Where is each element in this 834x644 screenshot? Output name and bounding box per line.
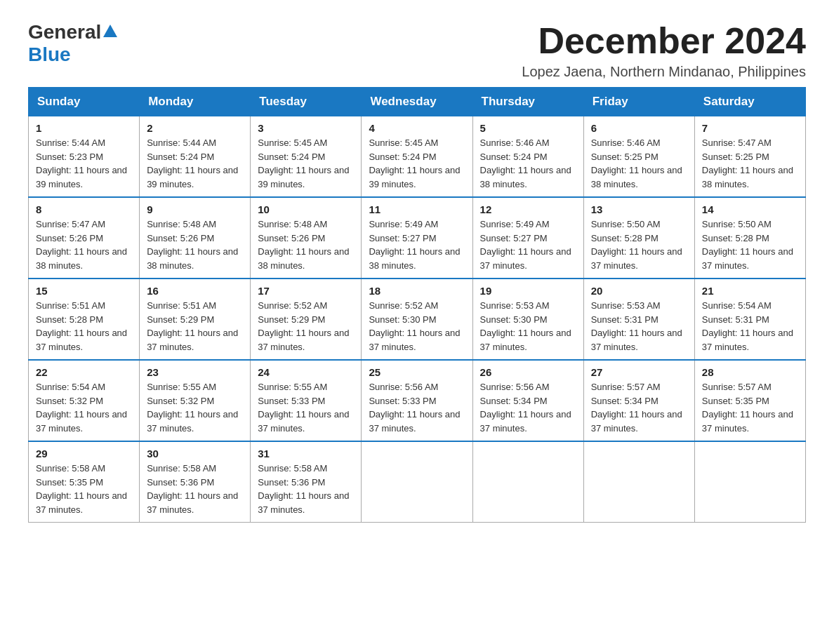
calendar-cell: 7Sunrise: 5:47 AMSunset: 5:25 PMDaylight…: [694, 116, 805, 198]
day-number: 30: [147, 448, 243, 459]
calendar-cell: 18Sunrise: 5:52 AMSunset: 5:30 PMDayligh…: [362, 279, 472, 360]
day-info: Sunrise: 5:50 AMSunset: 5:28 PMDaylight:…: [591, 217, 687, 272]
day-info: Sunrise: 5:51 AMSunset: 5:28 PMDaylight:…: [36, 299, 132, 354]
day-info: Sunrise: 5:46 AMSunset: 5:25 PMDaylight:…: [591, 136, 687, 191]
day-number: 1: [36, 122, 132, 134]
calendar-cell: 23Sunrise: 5:55 AMSunset: 5:32 PMDayligh…: [140, 360, 251, 441]
day-info: Sunrise: 5:44 AMSunset: 5:24 PMDaylight:…: [147, 136, 243, 191]
calendar-cell: 1Sunrise: 5:44 AMSunset: 5:23 PMDaylight…: [29, 116, 140, 198]
day-info: Sunrise: 5:53 AMSunset: 5:30 PMDaylight:…: [480, 299, 576, 354]
day-number: 8: [36, 203, 132, 215]
calendar-week-row: 15Sunrise: 5:51 AMSunset: 5:28 PMDayligh…: [29, 279, 806, 360]
calendar-cell: 22Sunrise: 5:54 AMSunset: 5:32 PMDayligh…: [29, 360, 140, 441]
day-number: 21: [702, 285, 798, 297]
day-number: 25: [369, 366, 465, 378]
calendar-cell: [583, 441, 694, 523]
calendar-cell: 17Sunrise: 5:52 AMSunset: 5:29 PMDayligh…: [251, 279, 362, 360]
calendar-cell: 16Sunrise: 5:51 AMSunset: 5:29 PMDayligh…: [140, 279, 251, 360]
day-number: 23: [147, 366, 243, 378]
day-info: Sunrise: 5:49 AMSunset: 5:27 PMDaylight:…: [480, 217, 576, 272]
day-info: Sunrise: 5:54 AMSunset: 5:32 PMDaylight:…: [36, 380, 132, 435]
calendar-week-row: 1Sunrise: 5:44 AMSunset: 5:23 PMDaylight…: [29, 116, 806, 198]
column-header-thursday: Thursday: [472, 88, 583, 116]
logo-blue-text: Blue: [28, 43, 71, 66]
calendar-subtitle: Lopez Jaena, Northern Mindanao, Philippi…: [522, 64, 806, 80]
calendar-cell: 19Sunrise: 5:53 AMSunset: 5:30 PMDayligh…: [472, 279, 583, 360]
calendar-cell: 27Sunrise: 5:57 AMSunset: 5:34 PMDayligh…: [583, 360, 694, 441]
day-info: Sunrise: 5:56 AMSunset: 5:33 PMDaylight:…: [369, 380, 465, 435]
day-info: Sunrise: 5:52 AMSunset: 5:29 PMDaylight:…: [258, 299, 354, 354]
day-info: Sunrise: 5:54 AMSunset: 5:31 PMDaylight:…: [702, 299, 798, 354]
day-number: 2: [147, 122, 243, 134]
calendar-week-row: 29Sunrise: 5:58 AMSunset: 5:35 PMDayligh…: [29, 441, 806, 523]
day-number: 9: [147, 203, 243, 215]
calendar-cell: 2Sunrise: 5:44 AMSunset: 5:24 PMDaylight…: [140, 116, 251, 198]
calendar-cell: 15Sunrise: 5:51 AMSunset: 5:28 PMDayligh…: [29, 279, 140, 360]
day-info: Sunrise: 5:44 AMSunset: 5:23 PMDaylight:…: [36, 136, 132, 191]
day-number: 7: [702, 122, 798, 134]
column-header-wednesday: Wednesday: [362, 88, 472, 116]
day-info: Sunrise: 5:46 AMSunset: 5:24 PMDaylight:…: [480, 136, 576, 191]
calendar-body: 1Sunrise: 5:44 AMSunset: 5:23 PMDaylight…: [29, 116, 806, 523]
calendar-table: SundayMondayTuesdayWednesdayThursdayFrid…: [28, 87, 806, 523]
day-number: 27: [591, 366, 687, 378]
calendar-week-row: 22Sunrise: 5:54 AMSunset: 5:32 PMDayligh…: [29, 360, 806, 441]
day-number: 31: [258, 448, 354, 459]
calendar-cell: 20Sunrise: 5:53 AMSunset: 5:31 PMDayligh…: [583, 279, 694, 360]
day-number: 17: [258, 285, 354, 297]
calendar-cell: 6Sunrise: 5:46 AMSunset: 5:25 PMDaylight…: [583, 116, 694, 198]
day-info: Sunrise: 5:57 AMSunset: 5:34 PMDaylight:…: [591, 380, 687, 435]
day-info: Sunrise: 5:50 AMSunset: 5:28 PMDaylight:…: [702, 217, 798, 272]
day-number: 26: [480, 366, 576, 378]
page-header: General Blue December 2024 Lopez Jaena, …: [28, 21, 806, 80]
day-number: 4: [369, 122, 465, 134]
day-info: Sunrise: 5:55 AMSunset: 5:33 PMDaylight:…: [258, 380, 354, 435]
day-info: Sunrise: 5:49 AMSunset: 5:27 PMDaylight:…: [369, 217, 465, 272]
day-number: 6: [591, 122, 687, 134]
calendar-cell: [362, 441, 472, 523]
calendar-cell: 11Sunrise: 5:49 AMSunset: 5:27 PMDayligh…: [362, 197, 472, 279]
calendar-week-row: 8Sunrise: 5:47 AMSunset: 5:26 PMDaylight…: [29, 197, 806, 279]
calendar-cell: 4Sunrise: 5:45 AMSunset: 5:24 PMDaylight…: [362, 116, 472, 198]
calendar-cell: 3Sunrise: 5:45 AMSunset: 5:24 PMDaylight…: [251, 116, 362, 198]
column-header-sunday: Sunday: [29, 88, 140, 116]
day-number: 14: [702, 203, 798, 215]
calendar-cell: 25Sunrise: 5:56 AMSunset: 5:33 PMDayligh…: [362, 360, 472, 441]
calendar-cell: 9Sunrise: 5:48 AMSunset: 5:26 PMDaylight…: [140, 197, 251, 279]
calendar-cell: 31Sunrise: 5:58 AMSunset: 5:36 PMDayligh…: [251, 441, 362, 523]
day-info: Sunrise: 5:53 AMSunset: 5:31 PMDaylight:…: [591, 299, 687, 354]
day-number: 10: [258, 203, 354, 215]
day-number: 29: [36, 448, 132, 459]
logo: General Blue: [28, 21, 117, 66]
calendar-cell: 30Sunrise: 5:58 AMSunset: 5:36 PMDayligh…: [140, 441, 251, 523]
calendar-cell: [694, 441, 805, 523]
day-number: 18: [369, 285, 465, 297]
day-info: Sunrise: 5:47 AMSunset: 5:26 PMDaylight:…: [36, 217, 132, 272]
column-header-monday: Monday: [140, 88, 251, 116]
day-info: Sunrise: 5:58 AMSunset: 5:36 PMDaylight:…: [258, 462, 354, 516]
calendar-cell: 24Sunrise: 5:55 AMSunset: 5:33 PMDayligh…: [251, 360, 362, 441]
day-number: 16: [147, 285, 243, 297]
day-number: 11: [369, 203, 465, 215]
day-info: Sunrise: 5:52 AMSunset: 5:30 PMDaylight:…: [369, 299, 465, 354]
calendar-cell: 26Sunrise: 5:56 AMSunset: 5:34 PMDayligh…: [472, 360, 583, 441]
day-info: Sunrise: 5:48 AMSunset: 5:26 PMDaylight:…: [258, 217, 354, 272]
day-info: Sunrise: 5:51 AMSunset: 5:29 PMDaylight:…: [147, 299, 243, 354]
day-info: Sunrise: 5:45 AMSunset: 5:24 PMDaylight:…: [369, 136, 465, 191]
day-info: Sunrise: 5:58 AMSunset: 5:35 PMDaylight:…: [36, 462, 132, 516]
day-info: Sunrise: 5:57 AMSunset: 5:35 PMDaylight:…: [702, 380, 798, 435]
calendar-cell: 14Sunrise: 5:50 AMSunset: 5:28 PMDayligh…: [694, 197, 805, 279]
day-info: Sunrise: 5:47 AMSunset: 5:25 PMDaylight:…: [702, 136, 798, 191]
day-number: 13: [591, 203, 687, 215]
calendar-cell: [472, 441, 583, 523]
day-info: Sunrise: 5:56 AMSunset: 5:34 PMDaylight:…: [480, 380, 576, 435]
calendar-cell: 12Sunrise: 5:49 AMSunset: 5:27 PMDayligh…: [472, 197, 583, 279]
day-info: Sunrise: 5:48 AMSunset: 5:26 PMDaylight:…: [147, 217, 243, 272]
calendar-cell: 5Sunrise: 5:46 AMSunset: 5:24 PMDaylight…: [472, 116, 583, 198]
day-number: 5: [480, 122, 576, 134]
column-header-friday: Friday: [583, 88, 694, 116]
calendar-cell: 8Sunrise: 5:47 AMSunset: 5:26 PMDaylight…: [29, 197, 140, 279]
calendar-title: December 2024: [522, 21, 806, 61]
column-header-saturday: Saturday: [694, 88, 805, 116]
column-header-tuesday: Tuesday: [251, 88, 362, 116]
